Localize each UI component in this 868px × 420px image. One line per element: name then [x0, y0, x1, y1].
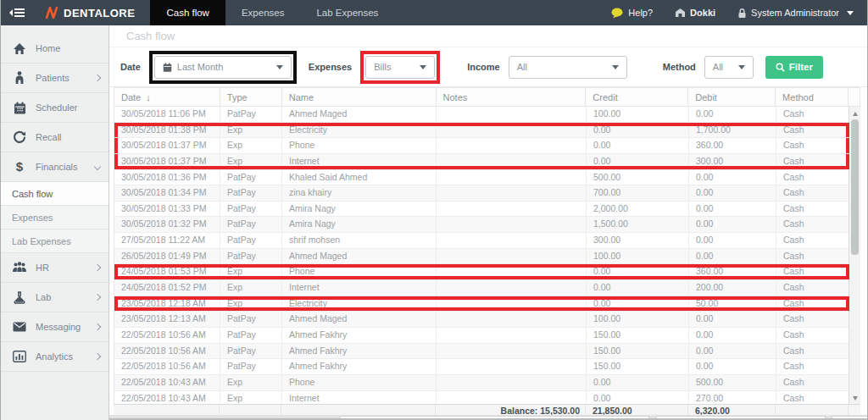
cashflow-table: Date ↓ Type Name Notes Credit Debit Meth…: [114, 87, 860, 404]
method-filter-label: Method: [663, 62, 696, 72]
tab-cash-flow[interactable]: Cash flow: [150, 0, 225, 25]
cell-notes: [437, 296, 587, 312]
cell-name: Amira Nagy: [282, 217, 437, 232]
expenses-filter-label: Expenses: [309, 62, 352, 72]
cell-credit: 100.00: [587, 107, 689, 122]
cell-debit: 0.00: [689, 328, 776, 343]
cell-type: PatPay: [220, 107, 282, 122]
table-row[interactable]: 23/05/2018 12:18 AM Exp Electricity 0.00…: [114, 296, 849, 312]
table-row[interactable]: 30/05/2018 01:37 PM Exp Phone 0.00 360.0…: [114, 138, 849, 154]
cell-debit: 0.00: [689, 312, 776, 327]
cell-type: PatPay: [220, 359, 282, 374]
search-icon: [776, 63, 785, 72]
date-filter-dropdown[interactable]: Last Month: [154, 56, 292, 79]
cell-method: Cash: [776, 280, 849, 296]
user-menu[interactable]: System Administrator: [737, 8, 854, 19]
vertical-scrollbar[interactable]: [849, 107, 860, 405]
main-content: Cash flow Date Last Month Expenses Bills…: [109, 25, 868, 420]
table-row[interactable]: 22/05/2018 10:56 AM PatPay Ahmed Fakhry …: [114, 344, 849, 360]
tab-expenses[interactable]: Expenses: [225, 0, 301, 25]
column-header-date[interactable]: Date ↓: [114, 88, 220, 107]
cell-debit: 0.00: [689, 170, 776, 185]
table-row[interactable]: 30/05/2018 01:37 PM Exp Internet 0.00 30…: [114, 154, 849, 170]
table-row[interactable]: 30/05/2018 11:06 PM PatPay Ahmed Maged 1…: [114, 107, 849, 123]
cell-type: Exp: [220, 391, 282, 405]
cell-date: 30/05/2018 11:06 PM: [114, 107, 220, 122]
cell-date: 22/05/2018 10:56 AM: [114, 344, 220, 359]
sidebar-subitem-expenses[interactable]: Expenses: [1, 206, 108, 229]
dentalore-logo-icon: [45, 5, 58, 20]
page-title: Cash flow: [109, 25, 868, 47]
scroll-up-arrow-icon[interactable]: [849, 108, 860, 119]
income-filter-dropdown[interactable]: All: [509, 56, 627, 79]
sidebar-subitem-cash-flow[interactable]: Cash flow: [1, 182, 108, 206]
table-row[interactable]: 22/05/2018 10:56 AM PatPay Ahmed Fakhry …: [114, 328, 849, 344]
sidebar-collapse-button[interactable]: [1, 0, 33, 25]
clinic-selector[interactable]: Dokki: [675, 8, 715, 18]
sidebar-subitem-lab-expenses[interactable]: Lab Expenses: [1, 229, 108, 253]
column-header-type[interactable]: Type: [220, 88, 282, 107]
column-header-method[interactable]: Method: [776, 88, 849, 107]
cell-name: Internet: [282, 391, 437, 405]
expenses-filter-dropdown[interactable]: Bills: [365, 56, 435, 79]
table-row[interactable]: 30/05/2018 01:33 PM PatPay Amira Nagy 2,…: [114, 202, 849, 218]
analytics-chart-icon: [11, 351, 28, 362]
sidebar-item-patients[interactable]: Patients: [1, 64, 108, 93]
table-row[interactable]: 22/05/2018 10:56 AM PatPay Ahmed Fakhry …: [114, 359, 849, 375]
table-row[interactable]: 24/05/2018 01:53 PM Exp Phone 0.00 360.0…: [114, 264, 849, 280]
scroll-down-arrow-icon[interactable]: [849, 393, 860, 403]
table-row[interactable]: 30/05/2018 01:34 PM PatPay zina khairy 7…: [114, 185, 849, 202]
cell-date: 24/05/2018 01:53 PM: [114, 264, 220, 279]
brand-name: DENTALORE: [64, 7, 135, 19]
filter-bar: Date Last Month Expenses Bills Income Al…: [109, 47, 868, 87]
patient-icon: [11, 71, 28, 85]
cell-date: 30/05/2018 01:38 PM: [114, 123, 220, 138]
cell-date: 22/05/2018 10:43 AM: [114, 391, 220, 405]
cell-credit: 150.00: [587, 344, 689, 359]
table-row[interactable]: 30/05/2018 01:36 PM PatPay Khaled Said A…: [114, 170, 849, 186]
sidebar-item-hr[interactable]: HR: [1, 253, 108, 283]
cell-date: 30/05/2018 01:36 PM: [114, 170, 220, 185]
sidebar-item-home[interactable]: Home: [1, 34, 108, 64]
cell-credit: 300.00: [587, 233, 689, 248]
table-row[interactable]: 23/05/2018 12:13 AM PatPay Ahmed Maged 1…: [114, 312, 849, 328]
table-row[interactable]: 22/05/2018 10:43 AM Exp Phone 0.00 500.0…: [114, 375, 849, 391]
cell-method: Cash: [776, 185, 849, 201]
cell-type: PatPay: [220, 170, 282, 185]
sidebar-item-analytics[interactable]: Analytics: [1, 342, 108, 372]
sidebar-item-scheduler[interactable]: Scheduler: [1, 93, 108, 123]
scrollbar-thumb[interactable]: [851, 119, 859, 255]
table-row[interactable]: 26/05/2018 01:49 PM PatPay Ahmed Maged 1…: [114, 249, 849, 265]
sidebar-item-lab[interactable]: Lab: [1, 283, 108, 312]
cell-method: Cash: [776, 123, 849, 138]
method-filter-dropdown[interactable]: All: [704, 56, 754, 79]
table-row[interactable]: 22/05/2018 10:43 AM Exp Internet 0.00 27…: [114, 391, 849, 405]
table-row[interactable]: 30/05/2018 01:32 PM PatPay Amira Nagy 1,…: [114, 217, 849, 233]
filter-button[interactable]: Filter: [765, 56, 823, 79]
cell-type: Exp: [220, 296, 282, 312]
table-row[interactable]: 30/05/2018 01:38 PM Exp Electricity 0.00…: [114, 123, 849, 139]
tab-lab-expenses[interactable]: Lab Expenses: [300, 0, 394, 25]
sidebar-item-financials[interactable]: $ Financials: [1, 152, 108, 182]
cell-notes: [437, 217, 587, 232]
column-header-debit[interactable]: Debit: [688, 88, 776, 107]
income-filter-value: All: [517, 62, 527, 72]
chevron-down-icon: [847, 11, 854, 15]
cell-credit: 700.00: [587, 185, 689, 201]
cell-credit: 100.00: [587, 249, 689, 264]
cell-name: Ahmed Maged: [282, 249, 437, 264]
table-row[interactable]: 24/05/2018 01:52 PM Exp Internet 0.00 20…: [114, 280, 849, 296]
cell-name: Internet: [282, 280, 437, 296]
sidebar-item-messaging[interactable]: Messaging: [1, 312, 108, 342]
cell-date: 30/05/2018 01:34 PM: [114, 185, 220, 201]
cell-method: Cash: [776, 296, 849, 312]
table-row[interactable]: 27/05/2018 11:22 AM PatPay shrif mohsen …: [114, 233, 849, 249]
help-link[interactable]: Help?: [611, 8, 653, 19]
cell-debit: 0.00: [689, 359, 776, 374]
column-header-name[interactable]: Name: [282, 88, 437, 107]
column-header-notes[interactable]: Notes: [437, 88, 587, 107]
column-header-credit[interactable]: Credit: [586, 88, 688, 107]
sidebar-item-recall[interactable]: Recall: [1, 123, 108, 152]
cell-method: Cash: [776, 154, 849, 169]
cell-credit: 1,500.00: [587, 217, 689, 232]
